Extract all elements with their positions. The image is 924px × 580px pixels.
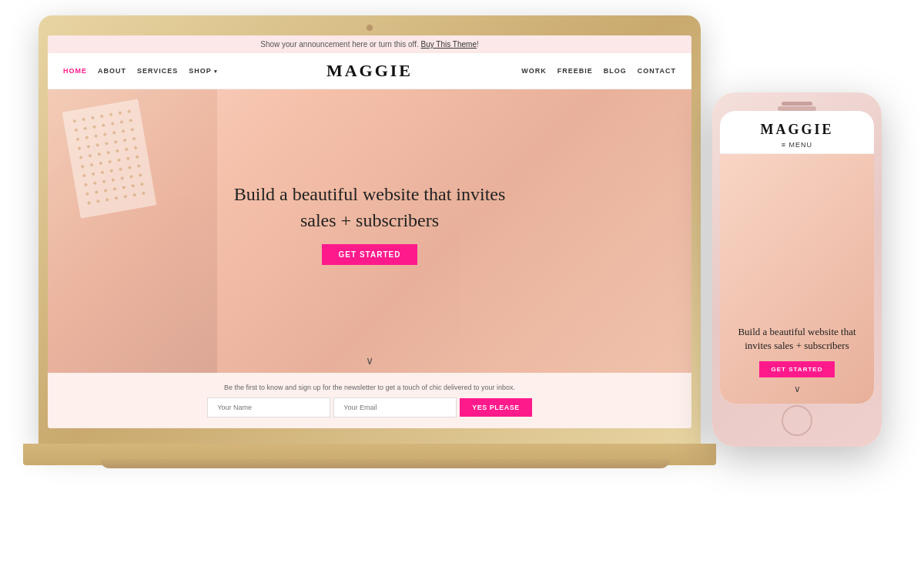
nav-item-blog[interactable]: BLOG: [604, 67, 627, 75]
nav-item-work[interactable]: WORK: [521, 67, 547, 75]
newsletter-email-input[interactable]: [333, 397, 457, 417]
nav-left: HOME ABOUT SERVICES SHOP: [63, 67, 218, 75]
laptop-device: Show your announcement here or turn this…: [38, 15, 701, 555]
newsletter-text: Be the first to know and sign up for the…: [63, 384, 676, 391]
hero-decor-left: [48, 89, 217, 373]
phone-headline: Build a beautiful website that invites s…: [731, 325, 863, 353]
scene: Show your announcement here or turn this…: [0, 0, 924, 580]
phone-logo: MAGGIE: [728, 122, 866, 138]
hero-text: Build a beautiful website that invites s…: [234, 182, 506, 265]
laptop-body: Show your announcement here or turn this…: [38, 15, 701, 447]
phone-hero: Build a beautiful website that invites s…: [720, 154, 874, 404]
hero-headline: Build a beautiful website that invites s…: [234, 182, 506, 233]
laptop-screen: Show your announcement here or turn this…: [48, 35, 691, 428]
phone-device: MAGGIE ≡ MENU Build a beautiful website …: [712, 92, 882, 447]
nav-item-freebie[interactable]: FREEBIE: [557, 67, 593, 75]
nav-item-about[interactable]: ABOUT: [98, 67, 126, 75]
hero-scroll-icon: ∨: [366, 354, 373, 367]
nav-item-services[interactable]: SERVICES: [137, 67, 178, 75]
laptop-camera: [367, 25, 373, 31]
nav-item-home[interactable]: HOME: [63, 67, 87, 75]
nav-bar: HOME ABOUT SERVICES SHOP MAGGIE WORK FRE…: [48, 53, 691, 89]
phone-menu-label[interactable]: ≡ MENU: [728, 141, 866, 149]
newsletter-name-input[interactable]: [207, 397, 330, 417]
hero-section: Build a beautiful website that invites s…: [48, 89, 691, 373]
phone-cta-button[interactable]: Get Started: [759, 361, 835, 377]
hero-cta-button[interactable]: Get Started: [322, 244, 418, 265]
newsletter-section: Be the first to know and sign up for the…: [48, 373, 691, 428]
nav-item-contact[interactable]: CONTACT: [638, 67, 676, 75]
phone-scroll-icon: ∨: [731, 384, 863, 394]
announcement-link[interactable]: Buy This Theme: [421, 40, 477, 49]
nav-item-shop[interactable]: SHOP: [189, 67, 217, 75]
hero-headline-line1: Build a beautiful website that invites: [234, 184, 506, 204]
phone-hero-text: Build a beautiful website that invites s…: [720, 325, 874, 394]
newsletter-form: Yes Please: [63, 397, 676, 417]
laptop-foot: [100, 459, 670, 468]
announcement-bar: Show your announcement here or turn this…: [48, 35, 691, 53]
phone-speaker: [782, 102, 812, 106]
newsletter-submit-button[interactable]: Yes Please: [460, 398, 532, 417]
phone-screen: MAGGIE ≡ MENU Build a beautiful website …: [720, 111, 874, 404]
nav-logo: MAGGIE: [326, 61, 413, 81]
phone-logo-area: MAGGIE ≡ MENU: [720, 111, 874, 154]
phone-content: MAGGIE ≡ MENU Build a beautiful website …: [720, 111, 874, 404]
nav-right: WORK FREEBIE BLOG CONTACT: [521, 67, 676, 75]
announcement-text: Show your announcement here or turn this…: [260, 40, 419, 49]
hero-headline-line2: sales + subscribers: [300, 210, 439, 230]
hero-decor-dots: [62, 99, 157, 218]
screen-content: Show your announcement here or turn this…: [48, 35, 691, 428]
